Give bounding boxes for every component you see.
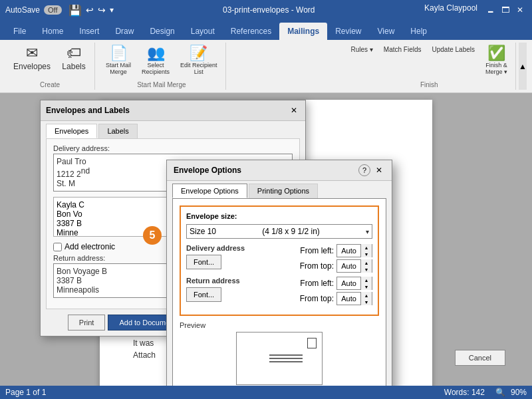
ribbon-spacer [229,43,340,90]
envelope-options-tab[interactable]: Envelope Options [172,184,247,198]
tab-references[interactable]: References [223,23,279,40]
close-button[interactable]: ✕ [513,3,527,17]
envelopes-button[interactable]: ✉ Envelopes [9,44,55,73]
return-from-left-label: From left: [294,279,334,288]
update-labels-button[interactable]: Update Labels [428,44,479,55]
envelope-options-title-bar: Envelope Options ? ✕ [167,160,392,181]
ribbon: ✉ Envelopes 🏷 Labels Create 📄 Start Mail… [0,40,532,93]
user-name: Kayla Claypool [424,3,477,17]
delivery-from-left-spin-btns: ▲ ▼ [361,244,372,257]
document-area: Kayla C Bon Vo 3387 B Minne Return addre… [0,93,532,386]
create-group-label: Create [40,80,60,88]
return-from-left-spin-btns: ▲ ▼ [361,277,372,290]
tab-design[interactable]: Design [142,23,182,40]
return-font-button[interactable]: Font... [186,287,221,302]
delivery-address-left: Delivery address Font... [186,244,245,269]
return-from-top-spin-btns: ▲ ▼ [361,292,372,305]
envelope-options-help-button[interactable]: ? [358,164,370,176]
edit-recipient-list-button[interactable]: 📝 Edit RecipientList [176,44,221,77]
start-mail-merge-button[interactable]: 📄 Start MailMerge [102,44,135,77]
delivery-from-top-label: From top: [294,261,334,271]
autosave-label: AutoSave [5,5,40,15]
envelope-address-lines [269,354,303,362]
match-fields-button[interactable]: Match Fields [380,44,426,55]
tab-insert[interactable]: Insert [71,23,107,40]
ribbon-group-start-content: 📄 Start MailMerge 👥 SelectRecipients 📝 E… [102,44,221,78]
labels-tab[interactable]: Labels [98,124,137,138]
size-dropdown-arrow: ▾ [366,228,369,235]
ribbon-group-create-content: ✉ Envelopes 🏷 Labels [9,44,90,78]
delivery-from-left-down[interactable]: ▼ [361,251,372,257]
delivery-from-left-up[interactable]: ▲ [361,244,372,251]
delivery-from-top-spinner[interactable]: Auto ▲ ▼ [336,259,372,273]
zoom-icons: 🔍 [495,388,505,397]
envelopes-dialog-title-text: Envelopes and Labels [46,106,130,115]
envelope-options-body: Envelope size: Size 10 (4 1/8 x 9 1/2 in… [172,198,386,386]
tab-home[interactable]: Home [34,23,71,40]
title-bar-controls: Kayla Claypool 🗕 🗖 ✕ [424,3,527,17]
tab-layout[interactable]: Layout [183,23,223,40]
return-from-top-spinner[interactable]: Auto ▲ ▼ [336,292,372,305]
title-bar-left: AutoSave Off 💾 ↩ ↪ ▾ [5,4,114,17]
minimize-button[interactable]: 🗕 [484,3,497,17]
autosave-toggle[interactable]: Off [44,5,61,15]
print-button[interactable]: Print [68,315,106,331]
return-from-top-value: Auto [337,293,361,305]
delivery-from-left-label: From left: [294,246,334,255]
rules-button[interactable]: Rules ▾ [346,44,376,55]
select-recipients-button[interactable]: 👥 SelectRecipients [138,44,174,77]
return-address-section-label: Return address [186,277,240,285]
envelope-options-orange-section: Envelope size: Size 10 (4 1/8 x 9 1/2 in… [180,205,379,316]
select-recipients-icon: 👥 [147,46,165,61]
delivery-from-top-spin-btns: ▲ ▼ [361,259,372,273]
envelope-size-dropdown[interactable]: Size 10 (4 1/8 x 9 1/2 in) ▾ [186,224,372,239]
delivery-from-left-spinner[interactable]: Auto ▲ ▼ [336,244,372,257]
background-cancel-button[interactable]: Cancel [455,350,505,366]
envelope-options-tabs: Envelope Options Printing Options [167,181,392,198]
envelopes-tab[interactable]: Envelopes [46,124,97,138]
envelope-options-title-text: Envelope Options [174,166,241,175]
return-from-left-down[interactable]: ▼ [361,283,372,290]
return-from-top-down[interactable]: ▼ [361,299,372,305]
undo-icon[interactable]: ↩ [86,5,94,15]
save-icon[interactable]: 💾 [68,4,82,17]
redo-icon[interactable]: ↪ [98,5,106,15]
tab-view[interactable]: View [370,23,403,40]
labels-icon: 🏷 [66,46,81,61]
envelope-options-close-button[interactable]: ✕ [373,164,385,176]
return-from-left-up[interactable]: ▲ [361,277,372,283]
finish-merge-icon: ✅ [487,46,505,61]
ribbon-group-finish-content: Rules ▾ Match Fields Update Labels ✅ Fin… [346,44,511,78]
tab-draw[interactable]: Draw [107,23,142,40]
tab-help[interactable]: Help [402,23,435,40]
envelope-size-row: Size 10 (4 1/8 x 9 1/2 in) ▾ [186,224,372,239]
finish-merge-button[interactable]: ✅ Finish &Merge ▾ [481,44,511,77]
status-bar: Page 1 of 1 Words: 142 🔍 90% [0,386,532,399]
tab-mailings[interactable]: Mailings [279,23,327,40]
envelopes-dialog-close-button[interactable]: ✕ [288,104,300,116]
tab-file[interactable]: File [5,23,34,40]
page-info: Page 1 of 1 [5,388,46,397]
ribbon-tabs: File Home Insert Draw Design Layout Refe… [0,20,532,40]
return-from-left-value: Auto [337,277,361,289]
tab-review[interactable]: Review [327,23,369,40]
return-from-top-row: From top: Auto ▲ ▼ [294,292,372,305]
delivery-font-button[interactable]: Font... [186,255,221,269]
ribbon-scroll-up[interactable]: ▲ [519,43,527,90]
delivery-from-top-up[interactable]: ▲ [361,259,372,266]
return-from-left-spinner[interactable]: Auto ▲ ▼ [336,277,372,290]
envelope-size-label: Envelope size: [186,212,372,220]
add-electronic-postage-label: Add electronic [65,242,115,251]
delivery-from-fields: From left: Auto ▲ ▼ From top: [294,244,372,273]
add-electronic-postage-checkbox[interactable] [53,243,62,251]
delivery-from-top-down[interactable]: ▼ [361,266,372,273]
word-count: Words: 142 [444,388,485,397]
printing-options-tab[interactable]: Printing Options [249,184,318,198]
envelopes-dialog-title-bar: Envelopes and Labels ✕ [41,100,305,121]
return-from-fields: From left: Auto ▲ ▼ From top: [294,277,372,305]
labels-button[interactable]: 🏷 Labels [57,44,90,73]
delivery-from-left-row: From left: Auto ▲ ▼ [294,244,372,257]
return-from-top-up[interactable]: ▲ [361,292,372,299]
maximize-button[interactable]: 🗖 [499,3,512,17]
envelope-options-header-buttons: ? ✕ [358,164,385,176]
